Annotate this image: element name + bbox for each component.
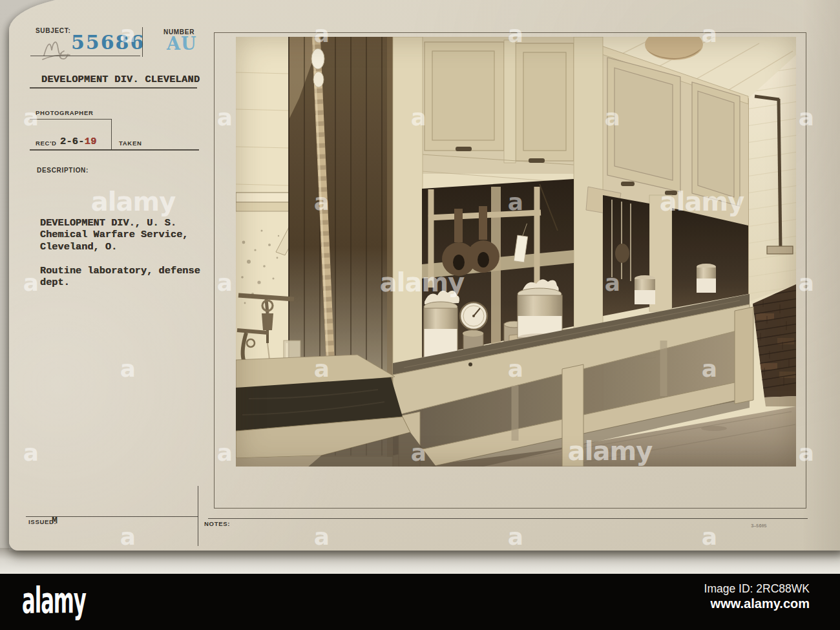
notes-label: NOTES: <box>204 521 230 527</box>
footer-bar: alamy Image ID: 2RC88WK www.alamy.com <box>0 574 840 630</box>
footer-info: Image ID: 2RC88WK www.alamy.com <box>704 582 810 611</box>
issued-value: M <box>52 516 58 527</box>
image-id-label: Image ID: <box>704 582 753 595</box>
image-id-value: 2RC88WK <box>756 582 810 595</box>
description-label: DESCRIPTION: <box>37 167 89 174</box>
website-url: www.alamy.com <box>704 596 810 611</box>
issued-notes-divider <box>198 486 198 546</box>
archive-photo-laboratory <box>236 37 796 467</box>
subject-number: 55686 <box>71 31 145 54</box>
table-surface <box>0 548 840 574</box>
received-date: 2-6-19 <box>60 136 97 147</box>
received-label: REC'D <box>36 140 57 147</box>
handwritten-scribble-icon <box>41 34 76 62</box>
number-value: AU <box>167 34 197 54</box>
notes-topline <box>208 518 808 519</box>
subject-underline <box>30 56 140 56</box>
photographer-label: PHOTOGRAPHER <box>36 110 94 116</box>
alamy-logo: alamy <box>22 580 86 620</box>
subject-number-divider <box>142 27 143 57</box>
received-date-year: 19 <box>85 136 97 147</box>
description-text: DEVELOPMENT DIV., U. S. Chemical Warfare… <box>40 217 213 288</box>
alamy-stock-photo-page: { "colors": { "card_bg": "#d8d1c0", "sta… <box>0 0 840 630</box>
image-id-line: Image ID: 2RC88WK <box>704 582 810 596</box>
photographer-underline <box>30 119 112 120</box>
reference-code: 3—5605 <box>751 523 766 529</box>
issued-topline <box>26 516 198 517</box>
division-line: DEVELOPMENT DIV. CLEVELAND <box>41 74 200 85</box>
division-underline <box>30 87 197 89</box>
taken-label: TAKEN <box>119 140 142 147</box>
recd-row-underline <box>30 149 199 151</box>
recd-taken-divider <box>111 119 112 150</box>
